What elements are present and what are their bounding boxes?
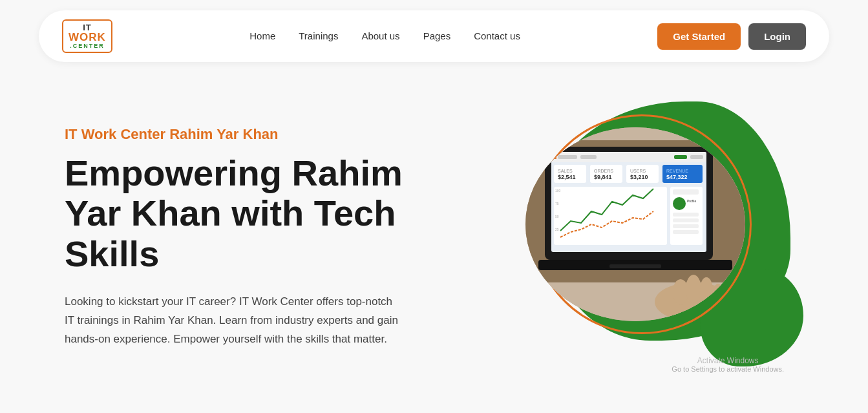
logo-work-text: WORK xyxy=(69,32,106,43)
svg-text:$3,210: $3,210 xyxy=(630,174,648,180)
hero-image-area: SALES $2,541 ORDERS $9,841 USERS $3,210 … xyxy=(447,95,804,379)
svg-text:100: 100 xyxy=(555,189,561,193)
nav-item-pages[interactable]: Pages xyxy=(423,30,451,42)
svg-rect-33 xyxy=(673,224,699,228)
hero-title: Empowering Rahim Yar Khan with Tech Skil… xyxy=(65,153,421,275)
nav-buttons: Get Started Login xyxy=(657,23,806,50)
svg-rect-31 xyxy=(673,213,699,217)
hero-description: Looking to kickstart your IT career? IT … xyxy=(65,293,401,349)
svg-text:$47,322: $47,322 xyxy=(666,174,688,180)
svg-rect-22 xyxy=(554,187,667,245)
navbar: IT WORK .CENTER Home Trainings About us … xyxy=(39,10,829,62)
logo[interactable]: IT WORK .CENTER xyxy=(62,19,112,53)
laptop-svg: SALES $2,541 ORDERS $9,841 USERS $3,210 … xyxy=(525,127,745,321)
windows-notice-subtitle: Go to Settings to activate Windows. xyxy=(672,365,784,373)
nav-item-home[interactable]: Home xyxy=(249,30,275,42)
svg-text:USERS: USERS xyxy=(630,169,646,173)
svg-rect-7 xyxy=(580,155,597,159)
nav-item-contact[interactable]: Contact us xyxy=(474,30,520,42)
laptop-image: SALES $2,541 ORDERS $9,841 USERS $3,210 … xyxy=(525,127,745,321)
svg-text:25: 25 xyxy=(555,228,559,231)
svg-rect-34 xyxy=(673,230,699,234)
svg-text:REVENUE: REVENUE xyxy=(666,169,688,173)
svg-rect-36 xyxy=(609,264,661,268)
svg-text:$9,841: $9,841 xyxy=(594,174,612,180)
hero-section: IT Work Center Rahim Yar Khan Empowering… xyxy=(0,72,868,396)
logo-box: IT WORK .CENTER xyxy=(62,19,112,53)
nav-links: Home Trainings About us Pages Contact us xyxy=(249,30,520,42)
svg-text:$2,541: $2,541 xyxy=(558,174,576,180)
nav-link-about[interactable]: About us xyxy=(361,30,399,41)
svg-text:50: 50 xyxy=(555,215,559,218)
svg-rect-9 xyxy=(690,155,703,159)
nav-link-pages[interactable]: Pages xyxy=(423,30,451,41)
windows-activate-notice: Activate Windows Go to Settings to activ… xyxy=(672,356,784,373)
nav-link-trainings[interactable]: Trainings xyxy=(299,30,338,41)
logo-center-text: .CENTER xyxy=(70,43,105,49)
svg-point-39 xyxy=(686,275,701,303)
get-started-button[interactable]: Get Started xyxy=(657,23,741,50)
svg-rect-6 xyxy=(558,155,577,159)
svg-text:ORDERS: ORDERS xyxy=(594,169,613,173)
svg-rect-29 xyxy=(673,197,686,210)
nav-link-contact[interactable]: Contact us xyxy=(474,30,520,41)
svg-text:SALES: SALES xyxy=(558,169,573,173)
nav-link-home[interactable]: Home xyxy=(249,30,275,41)
svg-rect-32 xyxy=(673,218,699,222)
login-button[interactable]: Login xyxy=(748,23,806,50)
svg-rect-5 xyxy=(554,155,556,159)
windows-notice-title: Activate Windows xyxy=(672,356,784,365)
nav-item-about[interactable]: About us xyxy=(361,30,399,42)
hero-subtitle: IT Work Center Rahim Yar Khan xyxy=(65,126,421,143)
svg-text:Profile: Profile xyxy=(687,199,696,203)
svg-text:75: 75 xyxy=(555,202,559,206)
svg-rect-8 xyxy=(674,155,687,159)
nav-item-trainings[interactable]: Trainings xyxy=(299,30,338,42)
hero-text-area: IT Work Center Rahim Yar Khan Empowering… xyxy=(65,126,447,349)
navbar-wrapper: IT WORK .CENTER Home Trainings About us … xyxy=(0,0,868,72)
svg-rect-28 xyxy=(673,189,699,195)
